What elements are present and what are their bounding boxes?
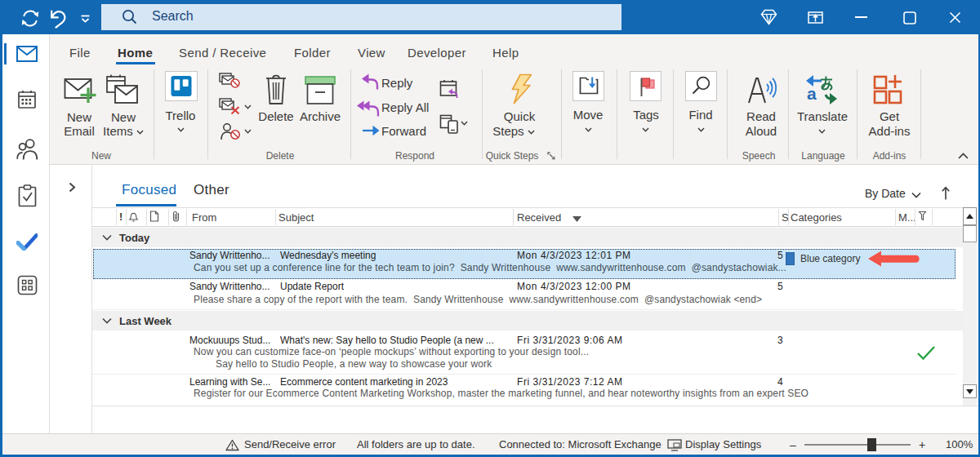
svg-text:a: a: [807, 84, 817, 103]
